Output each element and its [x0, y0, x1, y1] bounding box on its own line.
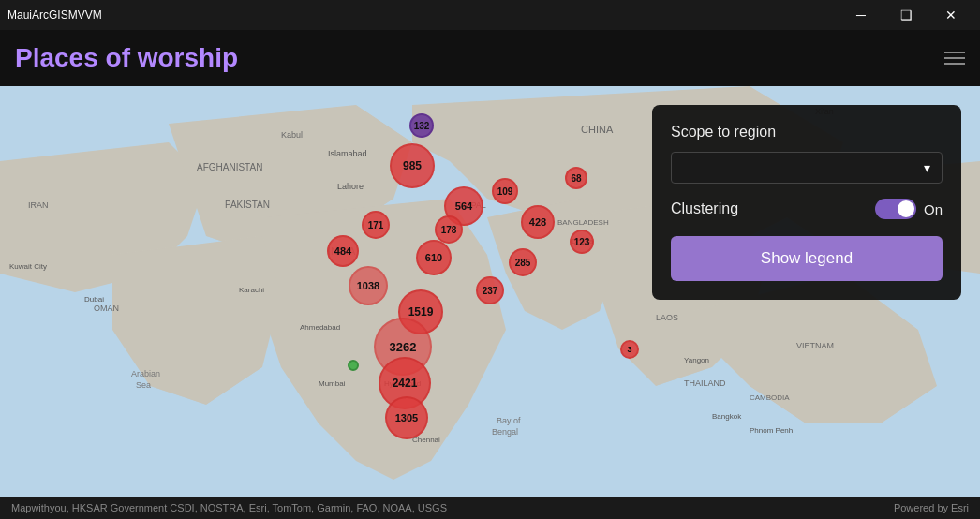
svg-text:AFGHANISTAN: AFGHANISTAN	[197, 162, 262, 172]
svg-text:Mumbai: Mumbai	[319, 379, 346, 388]
svg-text:CAMBODIA: CAMBODIA	[750, 393, 790, 402]
clustering-toggle-wrapper: On	[875, 199, 943, 219]
cluster-178[interactable]: 178	[435, 215, 463, 244]
svg-text:Phnom Penh: Phnom Penh	[750, 426, 793, 435]
maximize-button[interactable]: ❑	[884, 0, 928, 30]
clustering-row: Clustering On	[671, 199, 943, 219]
cluster-285[interactable]: 285	[509, 248, 537, 276]
svg-text:Sea: Sea	[136, 380, 151, 390]
svg-text:Dubai: Dubai	[84, 295, 104, 304]
svg-text:Lahore: Lahore	[337, 182, 364, 191]
cluster-3[interactable]: 3	[620, 340, 639, 359]
svg-text:Kuwait City: Kuwait City	[9, 262, 47, 271]
svg-text:THAILAND: THAILAND	[684, 378, 726, 388]
cluster-237[interactable]: 237	[476, 276, 504, 304]
cluster-1038[interactable]: 1038	[349, 266, 388, 305]
svg-text:Karachi: Karachi	[239, 286, 264, 294]
toggle-knob	[898, 200, 914, 217]
svg-text:Kabul: Kabul	[281, 130, 303, 140]
menu-icon[interactable]	[944, 52, 965, 65]
close-button[interactable]: ✕	[929, 0, 973, 30]
svg-text:BANGLADESH: BANGLADESH	[557, 218, 609, 227]
svg-text:PAKISTAN: PAKISTAN	[225, 200, 270, 210]
cluster-484[interactable]: 484	[327, 235, 359, 267]
attribution: Mapwithyou, HKSAR Government CSDI, NOSTR…	[11, 502, 447, 513]
map-container[interactable]: AFGHANISTAN Kabul Xi'an IRAN Islamabad L…	[0, 86, 980, 497]
minimize-button[interactable]: ─	[839, 0, 883, 30]
page-title: Places of worship	[15, 43, 238, 73]
title-bar: MauiArcGISMVVM ─ ❑ ✕	[0, 0, 980, 30]
svg-text:LAOS: LAOS	[656, 313, 678, 322]
cluster-132[interactable]: 132	[409, 113, 434, 138]
svg-text:Bay of: Bay of	[497, 416, 521, 425]
cluster-123[interactable]: 123	[570, 230, 594, 254]
clustering-toggle[interactable]	[875, 199, 916, 219]
cluster-1305[interactable]: 1305	[385, 396, 428, 439]
svg-text:Ahmedabad: Ahmedabad	[300, 323, 340, 332]
svg-text:Bangkok: Bangkok	[712, 412, 742, 421]
powered-by: Powered by Esri	[894, 502, 969, 513]
svg-text:Arabian: Arabian	[131, 369, 160, 378]
svg-text:Islamabad: Islamabad	[328, 149, 367, 158]
window-controls: ─ ❑ ✕	[839, 0, 973, 30]
cluster-985[interactable]: 985	[390, 143, 435, 188]
svg-text:Yangon: Yangon	[684, 356, 709, 364]
svg-text:CHINA: CHINA	[581, 124, 614, 135]
cluster-171[interactable]: 171	[362, 211, 390, 239]
cluster-green-dot[interactable]	[348, 360, 359, 371]
chevron-down-icon: ▾	[924, 160, 930, 175]
cluster-68[interactable]: 68	[565, 167, 587, 189]
svg-text:OMAN: OMAN	[94, 304, 119, 313]
svg-text:VIETNAM: VIETNAM	[796, 341, 834, 350]
footer: Mapwithyou, HKSAR Government CSDI, NOSTR…	[0, 497, 980, 519]
show-legend-button[interactable]: Show legend	[671, 236, 943, 281]
scope-label: Scope to region	[671, 124, 943, 141]
svg-text:IRAN: IRAN	[28, 200, 49, 210]
svg-text:Bengal: Bengal	[492, 427, 518, 437]
cluster-109[interactable]: 109	[492, 178, 518, 204]
scope-dropdown[interactable]: ▾	[671, 152, 943, 184]
cluster-428[interactable]: 428	[521, 205, 555, 239]
clustering-state: On	[924, 201, 943, 217]
cluster-610[interactable]: 610	[416, 240, 452, 275]
settings-panel: Scope to region ▾ Clustering On Show leg…	[652, 105, 961, 300]
app-header: Places of worship	[0, 30, 980, 86]
clustering-label: Clustering	[671, 200, 864, 217]
app-name: MauiArcGISMVVM	[7, 8, 102, 22]
